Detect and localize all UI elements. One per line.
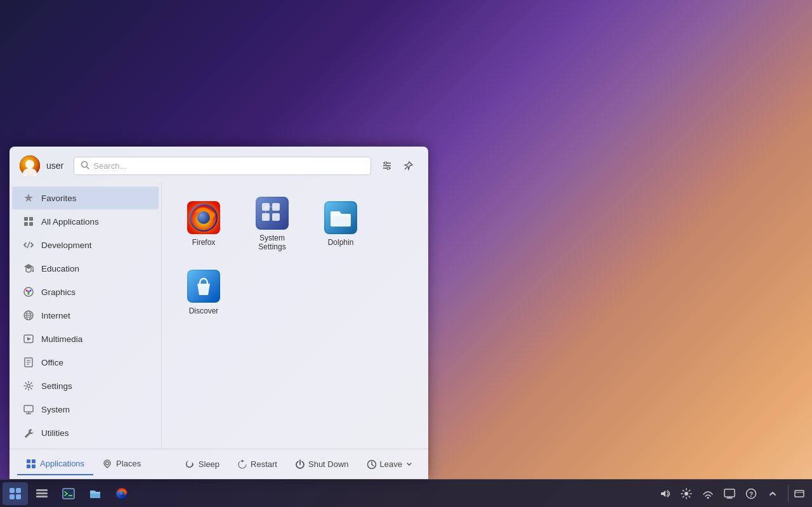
sidebar-item-label: All Applications	[41, 217, 99, 227]
sidebar-item-label: Office	[41, 358, 63, 367]
svg-point-40	[197, 211, 210, 224]
sidebar-item-label: Graphics	[41, 287, 75, 297]
show-desktop-icon[interactable]	[788, 485, 806, 503]
volume-icon[interactable]	[656, 485, 674, 503]
sidebar-item-education[interactable]: Education	[12, 257, 159, 280]
restart-label: Restart	[251, 459, 277, 469]
sleep-button[interactable]: Sleep	[178, 456, 227, 473]
sidebar-item-favorites[interactable]: Favorites	[12, 187, 159, 209]
firefox-taskbar-button[interactable]	[109, 482, 134, 505]
configure-button[interactable]	[377, 156, 396, 175]
kickoff-button[interactable]	[3, 482, 28, 505]
taskbar-right: ?	[656, 485, 809, 503]
office-icon	[22, 356, 35, 369]
dolphin-taskbar-button[interactable]	[82, 482, 108, 505]
leave-button[interactable]: Leave	[359, 456, 421, 473]
svg-rect-45	[272, 213, 280, 221]
system-icon	[22, 403, 35, 416]
konsole-button[interactable]	[56, 482, 81, 505]
svg-point-21	[30, 290, 32, 292]
shutdown-button[interactable]: Shut Down	[287, 456, 357, 473]
svg-rect-13	[29, 217, 33, 221]
svg-rect-36	[24, 405, 33, 412]
sidebar-item-label: Internet	[41, 311, 70, 320]
svg-line-16	[27, 242, 30, 248]
svg-point-67	[684, 492, 688, 496]
sidebar-item-development[interactable]: Development	[12, 234, 159, 256]
sidebar-item-label: Development	[41, 240, 92, 250]
discover-label: Discover	[189, 306, 219, 315]
launcher-body: Favorites All Applications	[10, 182, 428, 449]
sidebar-item-utilities[interactable]: Utilities	[12, 421, 159, 444]
svg-point-10	[387, 167, 390, 169]
svg-rect-53	[32, 464, 36, 468]
pin-button[interactable]	[399, 156, 418, 175]
task-manager-button[interactable]	[29, 482, 55, 505]
search-input[interactable]	[93, 161, 364, 171]
svg-rect-63	[63, 489, 74, 499]
network-icon[interactable]	[699, 485, 717, 503]
firefox-label: Firefox	[192, 238, 216, 247]
footer-tab-places[interactable]: Places	[93, 454, 150, 475]
svg-line-73	[689, 496, 690, 497]
svg-marker-30	[27, 337, 31, 341]
places-tab-icon	[102, 459, 112, 469]
app-item-system-settings[interactable]: SystemSettings	[240, 192, 304, 256]
svg-point-9	[384, 162, 387, 164]
app-launcher: user	[10, 147, 428, 479]
taskbar: ?	[0, 479, 812, 507]
search-bar[interactable]	[74, 157, 371, 175]
sidebar-item-all-apps[interactable]: All Applications	[12, 210, 159, 233]
app-item-discover[interactable]: Discover	[172, 261, 235, 324]
svg-rect-14	[24, 222, 28, 226]
svg-rect-56	[10, 488, 15, 493]
sidebar-item-settings[interactable]: Settings	[12, 374, 159, 397]
utilities-icon	[22, 426, 35, 439]
firefox-app-icon	[187, 201, 220, 234]
sleep-icon	[185, 459, 195, 470]
launcher-header: user	[10, 147, 428, 182]
system-tray-expand-icon[interactable]	[764, 485, 782, 503]
sidebar-item-multimedia[interactable]: Multimedia	[12, 327, 159, 350]
svg-point-2	[25, 160, 34, 169]
sidebar-item-internet[interactable]: Internet	[12, 304, 159, 327]
favorites-icon	[22, 192, 35, 204]
svg-rect-77	[724, 489, 735, 497]
svg-point-18	[32, 270, 34, 272]
svg-point-76	[707, 497, 709, 499]
desktop: user	[0, 0, 812, 507]
tab-places-label: Places	[116, 459, 141, 468]
svg-rect-62	[36, 496, 48, 497]
svg-line-74	[689, 490, 690, 491]
search-icon	[81, 161, 89, 171]
svg-point-35	[27, 385, 30, 388]
sidebar-item-office[interactable]: Office	[12, 351, 159, 374]
footer-tab-applications[interactable]: Applications	[17, 454, 93, 475]
svg-line-75	[683, 496, 684, 497]
sidebar-item-label: Settings	[41, 381, 72, 391]
shutdown-label: Shut Down	[308, 459, 349, 469]
display-icon[interactable]	[721, 485, 738, 503]
svg-point-23	[27, 291, 30, 293]
settings-icon	[22, 379, 35, 392]
svg-point-54	[106, 461, 109, 464]
apps-tab-icon	[26, 459, 36, 469]
user-name: user	[46, 161, 63, 171]
app-item-dolphin[interactable]: Dolphin	[309, 192, 372, 256]
svg-rect-41	[257, 198, 287, 228]
svg-rect-61	[36, 492, 48, 494]
svg-rect-82	[795, 491, 804, 497]
app-item-firefox[interactable]: Firefox	[172, 192, 235, 256]
sidebar-item-graphics[interactable]: Graphics	[12, 280, 159, 303]
sidebar-item-label: Multimedia	[41, 334, 82, 344]
svg-rect-12	[24, 217, 28, 221]
sidebar-item-label: Favorites	[41, 194, 77, 203]
sidebar-item-system[interactable]: System	[12, 398, 159, 421]
multimedia-icon	[22, 333, 35, 345]
restart-button[interactable]: Restart	[230, 456, 285, 473]
help-icon[interactable]: ?	[742, 485, 760, 503]
brightness-icon[interactable]	[678, 485, 695, 503]
svg-point-66	[119, 491, 125, 496]
all-apps-icon	[22, 215, 35, 228]
svg-line-5	[87, 166, 89, 169]
